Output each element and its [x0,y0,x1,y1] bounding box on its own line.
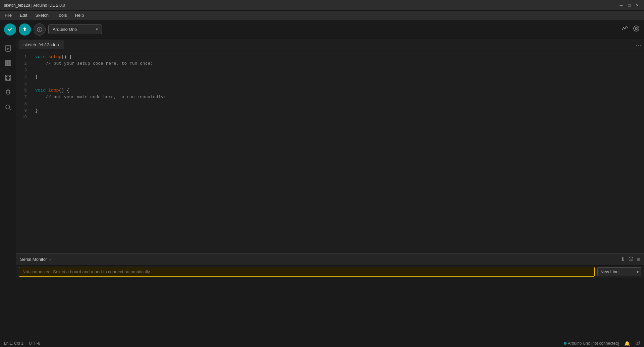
serial-monitor-tab-label: Serial Monitor [20,257,47,262]
new-line-selector-wrapper: No Line Ending Newline Carriage Return N… [597,267,641,276]
line-num-5: 5 [19,80,27,87]
serial-monitor-header: Serial Monitor × ⬇ ≡ [16,253,644,266]
sidebar [0,39,16,347]
line-num-2: 2 [19,60,27,67]
scroll-down-icon[interactable]: ⬇ [621,256,625,263]
menu-icon[interactable]: ≡ [637,256,640,263]
serial-monitor-panel: Serial Monitor × ⬇ ≡ [16,253,644,347]
svg-line-14 [9,109,11,110]
serial-monitor-icon[interactable] [633,25,640,34]
svg-point-10 [9,76,10,77]
menu-sketch[interactable]: Sketch [32,11,52,19]
minimize-button[interactable]: ─ [619,3,624,8]
line-num-6: 6 [19,87,27,94]
line-numbers: 1 2 3 4 5 6 7 8 9 10 [16,51,31,253]
sidebar-item-debug[interactable] [1,86,15,99]
content-area: sketch_feb12a.ino ⋯ 1 2 3 4 5 6 7 8 9 10 [16,39,644,347]
status-log-icon[interactable] [635,340,640,346]
menu-file[interactable]: File [1,11,15,19]
svg-point-9 [6,79,7,80]
serial-output [16,278,644,347]
sidebar-item-files[interactable] [1,42,15,55]
code-content[interactable]: void setup() { // put your setup code he… [31,51,644,253]
sidebar-item-libraries[interactable] [1,56,15,70]
svg-point-1 [634,26,639,31]
serial-message-input[interactable] [19,267,595,277]
toolbar-right [621,25,640,34]
sidebar-item-boards[interactable] [1,71,15,84]
line-num-3: 3 [19,67,27,74]
status-encoding: UTF-8 [29,341,40,346]
file-tab[interactable]: sketch_feb12a.ino [19,40,64,49]
upload-button[interactable] [19,23,31,36]
main-layout: sketch_feb12a.ino ⋯ 1 2 3 4 5 6 7 8 9 10 [0,39,644,347]
svg-rect-7 [5,75,11,80]
line-num-1: 1 [19,54,27,60]
svg-point-13 [6,105,10,109]
serial-header-right: ⬇ ≡ [621,256,640,263]
code-editor[interactable]: 1 2 3 4 5 6 7 8 9 10 void setup() { // p… [16,51,644,253]
line-num-7: 7 [19,94,27,101]
title-bar: sketch_feb12a | Arduino IDE 2.0.0 ─ □ ✕ [0,0,644,11]
line-num-10: 10 [19,114,27,121]
plotter-icon[interactable] [621,25,629,34]
svg-point-2 [635,27,637,30]
svg-rect-5 [7,61,9,65]
window-controls: ─ □ ✕ [619,3,640,8]
svg-rect-4 [5,61,7,65]
tab-more-button[interactable]: ⋯ [635,41,641,49]
status-position: Ln 1, Col 1 [4,341,23,346]
svg-point-11 [9,79,10,80]
line-num-9: 9 [19,107,27,114]
menu-bar: File Edit Sketch Tools Help [0,11,644,20]
close-button[interactable]: ✕ [635,3,640,8]
serial-input-row: No Line Ending Newline Carriage Return N… [16,266,644,278]
sidebar-item-search[interactable] [1,101,15,114]
toolbar: Arduino Uno Arduino Mega Arduino Nano ▼ [0,20,644,39]
serial-monitor-tab[interactable]: Serial Monitor × [20,257,51,262]
board-selector[interactable]: Arduino Uno Arduino Mega Arduino Nano [48,24,102,34]
timestamp-icon[interactable] [628,256,634,263]
line-num-8: 8 [19,101,27,107]
maximize-button[interactable]: □ [627,3,632,8]
debugger-button[interactable] [34,23,46,36]
svg-point-8 [6,76,7,77]
status-board-indicator: Arduino Uno [not connected] [564,341,619,346]
title-text: sketch_feb12a | Arduino IDE 2.0.0 [4,3,619,8]
status-right: Arduino Uno [not connected] 🔔 [564,340,640,346]
new-line-selector[interactable]: No Line Ending Newline Carriage Return N… [597,267,641,276]
status-dot [564,342,567,345]
status-bell-icon[interactable]: 🔔 [624,341,630,346]
verify-button[interactable] [4,23,16,36]
svg-rect-6 [9,61,11,65]
serial-monitor-close-button[interactable]: × [49,257,51,262]
file-tab-name: sketch_feb12a.ino [23,42,59,47]
menu-tools[interactable]: Tools [53,11,70,19]
status-bar: Ln 1, Col 1 UTF-8 Arduino Uno [not conne… [0,339,644,347]
board-selector-wrapper: Arduino Uno Arduino Mega Arduino Nano ▼ [48,24,102,34]
menu-edit[interactable]: Edit [16,11,31,19]
editor-area: sketch_feb12a.ino ⋯ 1 2 3 4 5 6 7 8 9 10 [16,39,644,253]
line-num-4: 4 [19,74,27,80]
menu-help[interactable]: Help [71,11,87,19]
status-board-label: Arduino Uno [not connected] [568,341,619,346]
tab-bar: sketch_feb12a.ino ⋯ [16,39,644,51]
